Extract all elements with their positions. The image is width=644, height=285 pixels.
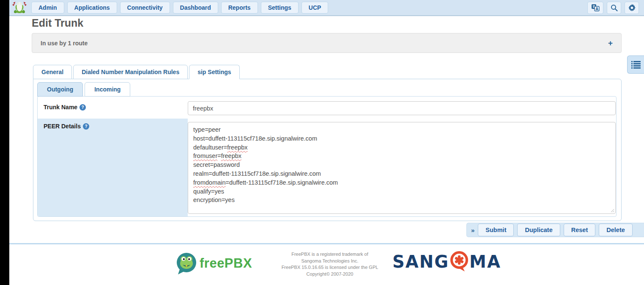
plus-icon[interactable]: + [608,39,613,47]
nav-item-settings[interactable]: Settings [261,2,299,14]
top-navbar: AdminApplicationsConnectivityDashboardRe… [9,0,644,16]
peer-text-segment: encryption=yes [193,196,235,203]
guide-panel-toggle-button[interactable] [627,55,644,74]
nav-item-admin[interactable]: Admin [31,2,64,14]
peer-text-segment: = [217,152,221,159]
navbar-menu: AdminApplicationsConnectivityDashboardRe… [31,2,328,14]
tab-general[interactable]: General [33,65,72,79]
peer-text-segment: =duffett-113115cf718e.sip.signalwire.com [226,179,338,186]
main-tabs: GeneralDialed Number Manipulation Ruless… [33,65,241,79]
peer-details-line: type=peer [193,125,610,134]
peer-text-segment: host=duffett-113115cf718e.sip.signalwire… [193,135,317,142]
peer-details-line: qualify=yes [193,187,610,196]
sangoma-text-left: SANG [392,252,449,271]
nav-item-applications[interactable]: Applications [67,2,117,14]
tab-dialed-number-manipulation-rules[interactable]: Dialed Number Manipulation Rules [73,65,188,79]
peer-details-line: defaultuser=freepbx [193,143,610,152]
footer-trademark-line: FreePBX is a registered trademark of [275,251,385,258]
gear-icon [628,4,636,12]
sangoma-asterisk-bubble-icon [449,251,469,272]
footer-trademark: FreePBX is a registered trademark ofSang… [275,251,385,277]
subtab-outgoing[interactable]: Outgoing [37,82,83,97]
peer-text-segment: freepbx [221,152,241,159]
language-icon: A [591,4,600,11]
trunk-name-label-text: Trunk Name [44,104,77,111]
language-button[interactable]: A [587,2,603,14]
nav-item-reports[interactable]: Reports [221,2,258,14]
peer-details-line: host=duffett-113115cf718e.sip.signalwire… [193,134,610,143]
search-button[interactable] [607,2,621,14]
settings-button[interactable] [625,2,639,14]
footer-divider [9,243,644,244]
peer-details-label-text: PEER Details [44,123,81,130]
usage-panel[interactable]: In use by 1 route + [32,33,622,53]
peer-text-segment: secret=password [193,161,240,168]
nav-item-connectivity[interactable]: Connectivity [120,2,170,14]
search-icon [611,4,618,11]
action-bar: » SubmitDuplicateResetDelete [466,223,644,237]
resize-handle-icon[interactable] [610,208,614,213]
footer-trademark-line: Copyright© 2007-2020 [275,271,385,278]
peer-details-line: secret=password [193,160,610,169]
footer-trademark-line: FreePBX 15.0.16.65 is licensed under the… [275,264,385,271]
peer-details-label: PEER Details? [44,123,89,130]
trunk-name-input[interactable] [188,101,616,115]
peer-text-segment: fromdomain [193,179,226,186]
outgoing-settings-form: Trunk Name? PEER Details? type=peerhost=… [37,96,617,217]
sub-tabs: OutgoingIncoming [37,82,132,97]
submit-button[interactable]: Submit [478,224,514,236]
question-circle-icon[interactable]: ? [83,123,89,130]
peer-text-segment: realm=duffett-113115cf718e.sip.signalwir… [193,170,321,177]
peer-details-line: fromdomain=duffett-113115cf718e.sip.sign… [193,178,610,187]
peer-details-label-cell [38,119,188,216]
nav-item-ucp[interactable]: UCP [301,2,329,14]
usage-text: In use by 1 route [41,40,88,47]
question-circle-icon[interactable]: ? [79,104,86,111]
peer-details-line: realm=duffett-113115cf718e.sip.signalwir… [193,169,610,178]
peer-text-segment: fromuser [193,152,217,159]
sangoma-text-right: MA [469,252,501,271]
footer-trademark-line: Sangoma Technologies Inc. [275,258,385,265]
collapse-chevron-icon[interactable]: » [471,227,474,234]
nav-item-dashboard[interactable]: Dashboard [173,2,218,14]
navbar-right-icons: A [587,2,639,14]
peer-details-box: type=peerhost=duffett-113115cf718e.sip.s… [193,125,610,205]
freepbx-logo-icon [176,252,197,275]
freepbx-app-window: AdminApplicationsConnectivityDashboardRe… [9,0,644,285]
tab-sip-settings[interactable]: sip Settings [189,65,239,79]
duplicate-button[interactable]: Duplicate [517,224,560,236]
reset-button[interactable]: Reset [564,224,596,236]
screen: AdminApplicationsConnectivityDashboardRe… [0,0,644,285]
page-title: Edit Trunk [32,17,83,29]
peer-details-line: fromuser=freepbx [193,152,610,160]
peer-details-textarea[interactable]: type=peerhost=duffett-113115cf718e.sip.s… [188,122,616,214]
list-icon [631,61,641,69]
svg-text:A: A [595,7,598,11]
sangoma-logo[interactable]: SANG MA [392,251,501,272]
peer-details-line: encryption=yes [193,196,610,205]
subtab-incoming[interactable]: Incoming [85,82,130,97]
action-buttons: SubmitDuplicateResetDelete [478,224,632,236]
peer-text-segment: freepbx [227,144,247,151]
trunk-name-label: Trunk Name? [44,104,86,111]
peer-text-segment: qualify=yes [193,188,224,195]
peer-text-segment: type=peer [193,126,221,133]
freepbx-frog-icon[interactable] [12,1,27,14]
peer-text-segment: defaultuser= [193,144,227,151]
freepbx-wordmark[interactable]: freePBX [200,256,252,271]
delete-button[interactable]: Delete [599,224,633,236]
